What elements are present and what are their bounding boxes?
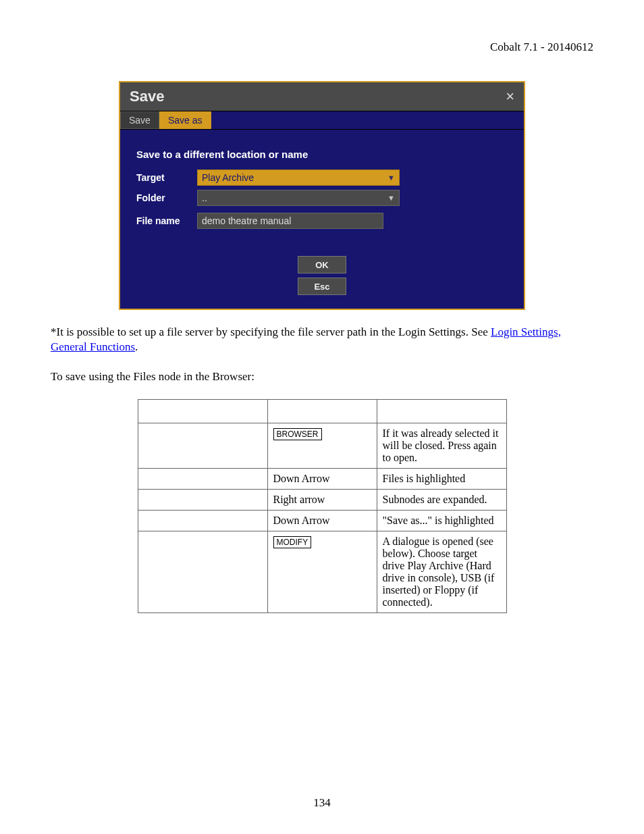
table-cell: A dialogue is opened (see below). Choose…: [377, 531, 506, 613]
table-cell: [138, 423, 267, 469]
table-cell: Down Arrow: [267, 511, 377, 531]
table-cell: Subnodes are expanded.: [377, 490, 506, 511]
table-row: MODIFYA dialogue is opened (see below). …: [138, 531, 506, 613]
ok-button[interactable]: OK: [298, 256, 346, 273]
close-icon[interactable]: ×: [506, 88, 514, 105]
folder-dropdown-value: ..: [202, 192, 207, 203]
table-cell: "Save as..." is highlighted: [377, 511, 506, 531]
label-filename: File name: [136, 215, 197, 226]
document-header: Cobalt 7.1 - 20140612: [51, 41, 593, 54]
footnote-suffix: .: [135, 340, 138, 353]
table-cell: BROWSER: [267, 423, 377, 469]
table-cell: Down Arrow: [267, 469, 377, 490]
dialog-titlebar: Save ×: [120, 82, 524, 111]
chevron-down-icon: ▼: [387, 194, 395, 202]
table-header-cell: [138, 400, 267, 423]
chevron-down-icon: ▼: [387, 174, 395, 182]
target-dropdown[interactable]: Play Archive ▼: [197, 170, 400, 186]
keycap: MODIFY: [273, 536, 312, 548]
dialog-heading: Save to a different location or name: [136, 149, 508, 160]
table-cell: [138, 531, 267, 613]
footnote-paragraph: *It is possible to set up a file server …: [51, 325, 593, 355]
table-cell: MODIFY: [267, 531, 377, 613]
table-row: Down ArrowFiles is highlighted: [138, 469, 506, 490]
tab-save-as[interactable]: Save as: [159, 111, 211, 129]
table-cell: If it was already selected it will be cl…: [377, 423, 506, 469]
save-dialog: Save × Save Save as Save to a different …: [119, 81, 525, 310]
dialog-tabs: Save Save as: [120, 111, 524, 130]
folder-dropdown[interactable]: .. ▼: [197, 190, 400, 206]
footnote-prefix: *It is possible to set up a file server …: [51, 325, 491, 338]
page-number: 134: [0, 796, 644, 810]
tab-save[interactable]: Save: [120, 111, 159, 129]
table-cell: Files is highlighted: [377, 469, 506, 490]
table-cell: [138, 490, 267, 511]
label-folder: Folder: [136, 192, 197, 203]
target-dropdown-value: Play Archive: [202, 172, 254, 183]
table-header-cell: [267, 400, 377, 423]
label-target: Target: [136, 172, 197, 183]
dialog-body: Save to a different location or name Tar…: [120, 130, 524, 309]
table-row: Right arrowSubnodes are expanded.: [138, 490, 506, 511]
table-row: Down Arrow"Save as..." is highlighted: [138, 511, 506, 531]
intro-paragraph: To save using the Files node in the Brow…: [51, 369, 593, 384]
table-header-cell: [377, 400, 506, 423]
dialog-title: Save: [130, 88, 164, 105]
steps-table: BROWSERIf it was already selected it wil…: [138, 399, 507, 613]
esc-button[interactable]: Esc: [298, 278, 346, 295]
table-header-row: [138, 400, 506, 423]
table-cell: [138, 511, 267, 531]
keycap: BROWSER: [273, 428, 322, 440]
filename-input[interactable]: [197, 213, 383, 229]
table-cell: [138, 469, 267, 490]
table-row: BROWSERIf it was already selected it wil…: [138, 423, 506, 469]
table-cell: Right arrow: [267, 490, 377, 511]
